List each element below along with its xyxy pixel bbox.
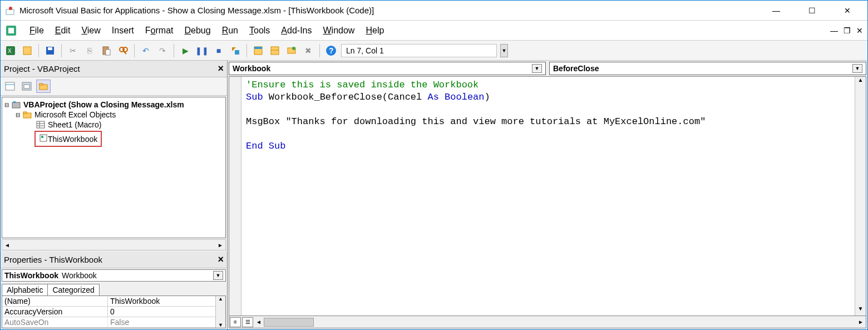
svg-rect-17 [254, 47, 262, 49]
menu-insert[interactable]: Insert [107, 23, 139, 38]
undo-icon[interactable]: ↶ [139, 44, 152, 57]
dropdown-icon[interactable]: ▼ [852, 64, 862, 73]
code-text[interactable]: 'Ensure this is saved inside the Workboo… [241, 77, 855, 316]
project-toolbar [1, 77, 227, 96]
properties-panel-close-button[interactable]: × [218, 254, 224, 265]
workbook-icon [39, 134, 48, 144]
menu-run[interactable]: Run [218, 23, 243, 38]
object-selector[interactable]: Workbook ▼ [229, 62, 546, 75]
prop-row-name: (Name)ThisWorkbook [2, 296, 225, 307]
properties-icon[interactable] [268, 44, 282, 57]
break-icon[interactable]: ❚❚ [195, 44, 209, 57]
code-gutter [229, 77, 241, 316]
folder-icon [22, 110, 32, 119]
object-browser-icon[interactable] [285, 44, 298, 57]
mdi-restore-button[interactable]: ❐ [844, 26, 851, 35]
svg-rect-29 [40, 83, 43, 85]
properties-panel-title: Properties - ThisWorkbook × [1, 252, 227, 268]
toolbox-icon[interactable]: ✖ [302, 44, 315, 57]
svg-rect-27 [24, 85, 29, 88]
cursor-position: Ln 7, Col 1 [341, 44, 497, 57]
code-vscrollbar[interactable]: ▲▼ [855, 77, 866, 316]
svg-text:?: ? [329, 46, 334, 55]
redo-icon[interactable]: ↷ [156, 44, 169, 57]
svg-rect-24 [6, 82, 14, 90]
properties-vscrollbar[interactable]: ▲▼ [215, 296, 225, 328]
full-module-view-button[interactable]: ☰ [242, 317, 253, 327]
menu-help[interactable]: Help [361, 23, 388, 38]
properties-grid[interactable]: (Name)ThisWorkbook AccuracyVersion0 Auto… [2, 295, 226, 328]
svg-rect-10 [106, 50, 110, 55]
cut-icon[interactable]: ✂ [66, 44, 80, 57]
menu-window[interactable]: Window [319, 23, 359, 38]
svg-rect-34 [37, 121, 45, 128]
view-code-icon[interactable] [3, 80, 17, 93]
procedure-view-button[interactable]: ≡ [230, 317, 241, 327]
menu-file[interactable]: File [25, 23, 48, 38]
titlebar: Microsoft Visual Basic for Applications … [1, 1, 867, 21]
run-icon[interactable]: ▶ [179, 44, 192, 57]
window-title: Microsoft Visual Basic for Applications … [19, 6, 765, 15]
svg-rect-33 [23, 112, 27, 114]
dropdown-icon[interactable]: ▼ [213, 271, 223, 280]
svg-rect-15 [235, 50, 239, 55]
menu-format[interactable]: Format [141, 23, 178, 38]
project-panel-close-button[interactable]: × [218, 63, 224, 75]
svg-rect-8 [48, 47, 52, 50]
tree-sheet1[interactable]: Sheet1 (Macro) [3, 120, 224, 130]
worksheet-icon [36, 120, 46, 129]
project-icon [11, 100, 21, 109]
view-object-icon[interactable] [19, 80, 34, 93]
tree-thisworkbook-highlighted[interactable]: ThisWorkbook [34, 131, 102, 147]
reset-icon[interactable]: ■ [212, 44, 225, 57]
tree-root[interactable]: ⊟ VBAProject (Show a Closing Message.xls… [3, 100, 224, 110]
svg-rect-1 [9, 7, 12, 10]
code-bottom-bar: ≡ ☰ ◄ ► [229, 316, 866, 328]
svg-rect-3 [8, 28, 14, 33]
mdi-close-button[interactable]: ✕ [856, 26, 863, 35]
svg-rect-6 [23, 47, 31, 55]
hscroll-right[interactable]: ► [856, 319, 866, 325]
help-icon[interactable]: ? [324, 44, 338, 57]
project-explorer-icon[interactable] [251, 44, 265, 57]
menubar: File Edit View Insert Format Debug Run T… [1, 21, 867, 41]
svg-rect-30 [12, 102, 20, 108]
save-icon[interactable] [43, 44, 57, 57]
svg-rect-18 [271, 47, 279, 55]
project-tree[interactable]: ⊟ VBAProject (Show a Closing Message.xls… [2, 97, 226, 238]
design-mode-icon[interactable] [229, 44, 242, 57]
prop-row-autosave: AutoSaveOnFalse [2, 317, 225, 328]
menu-tools[interactable]: Tools [245, 23, 274, 38]
code-editor[interactable]: 'Ensure this is saved inside the Workboo… [229, 76, 866, 316]
tab-alphabetic[interactable]: Alphabetic [2, 284, 48, 295]
app-icon [5, 6, 15, 16]
svg-point-21 [292, 47, 295, 50]
tree-folder[interactable]: ⊟ Microsoft Excel Objects [3, 110, 224, 120]
toolbar: X ✂ ⎘ ↶ ↷ ▶ ❚❚ ■ ✖ ? Ln 7, Col 1 ▼ [1, 41, 867, 61]
menu-debug[interactable]: Debug [180, 23, 215, 38]
menu-edit[interactable]: Edit [51, 23, 75, 38]
minimize-button[interactable]: — [765, 6, 787, 15]
menu-view[interactable]: View [77, 23, 105, 38]
procedure-selector[interactable]: BeforeClose ▼ [549, 62, 866, 75]
tab-categorized[interactable]: Categorized [47, 284, 100, 295]
dropdown-icon[interactable]: ▼ [532, 64, 542, 73]
svg-rect-31 [13, 101, 16, 103]
insert-module-icon[interactable] [21, 44, 34, 57]
menu-addins[interactable]: Add-Ins [277, 23, 316, 38]
hscroll-left[interactable]: ◄ [254, 319, 264, 325]
toolbar-dropdown-icon[interactable]: ▼ [500, 44, 508, 57]
find-icon[interactable] [116, 44, 130, 57]
hscroll-thumb[interactable] [264, 318, 314, 327]
toggle-folders-icon[interactable] [36, 80, 51, 93]
properties-object-selector[interactable]: ThisWorkbook Workbook ▼ [2, 269, 226, 282]
svg-text:X: X [8, 48, 12, 54]
maximize-button[interactable]: ☐ [801, 6, 823, 15]
close-button[interactable]: ✕ [836, 6, 859, 15]
copy-icon[interactable]: ⎘ [83, 44, 96, 57]
paste-icon[interactable] [100, 44, 113, 57]
project-hscrollbar[interactable]: ◄► [2, 239, 226, 250]
vba-icon [5, 24, 17, 37]
view-excel-icon[interactable]: X [4, 44, 17, 57]
mdi-minimize-button[interactable]: — [830, 26, 838, 35]
